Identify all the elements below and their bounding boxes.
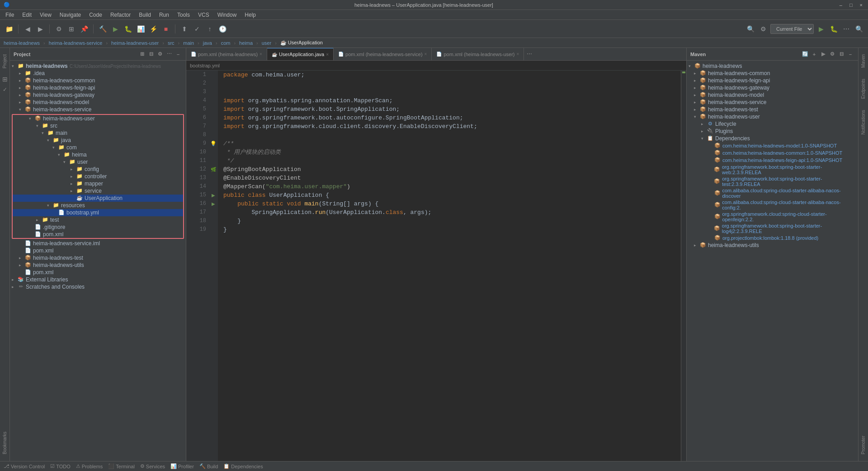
tab-pom-service[interactable]: 📄 pom.xml (heima-leadnews-service) × [334,48,432,60]
tree-test[interactable]: ▸ 📁 test [13,216,183,224]
toolbar-project-btn[interactable]: 📁 [4,24,14,34]
ind-16-run[interactable]: ▶ [212,200,215,208]
toolbar-vcs-update-btn[interactable]: ⬆ [179,24,190,34]
maven-service[interactable]: ▸ 📦 heima-leadnews-service [687,99,858,106]
bottom-tab-build[interactable]: 🔨 Build [199,463,218,469]
tree-pom-user[interactable]: 📄 pom.xml [13,231,183,238]
toolbar-stop-btn[interactable]: ■ [160,24,171,34]
tab-pom-main[interactable]: 📄 pom.xml (heima-leadnews) × [186,48,267,60]
toolbar-run-config-btn[interactable]: ▶ [816,24,826,34]
tab-pom-service-close[interactable]: × [425,52,427,57]
tree-service-pkg[interactable]: ▸ 📁 service [13,187,183,195]
sidebar-tool-settings[interactable]: ⚙ [156,50,164,58]
tree-java[interactable]: ▾ 📁 java [13,137,183,144]
menu-code[interactable]: Code [85,11,106,19]
menu-run[interactable]: Run [156,11,173,19]
tree-resources[interactable]: ▾ 📁 resources [13,202,183,209]
nav-user[interactable]: heima-leadnews-user [111,40,159,46]
maven-dep-nacos-discover[interactable]: 📦 com.alibaba.cloud:spring-cloud-starter… [687,187,858,199]
toolbar-settings-btn[interactable]: ⚙ [53,24,64,34]
maven-plugins[interactable]: ▸ 🔌 Plugins [687,128,858,135]
maximize-button[interactable]: □ [848,2,854,8]
tree-src[interactable]: ▾ 📁 src [13,122,183,129]
toolbar-coverage-btn[interactable]: 📊 [135,24,146,34]
maven-strip-btn[interactable]: Maven [860,52,867,71]
sidebar-tool-gear[interactable]: ⋯ [165,50,173,58]
menu-file[interactable]: File [2,11,18,19]
code-content[interactable]: package com.heima.user; import org.mybat… [218,71,681,461]
maven-user[interactable]: ▾ 📦 heima-leadnews-user [687,113,858,120]
tree-user-pkg[interactable]: ▾ 📁 user [13,158,183,166]
tree-model[interactable]: ▸ 📦 heima-leadnews-model [10,99,186,106]
toolbar-find-action-btn[interactable]: 🔍 [854,24,864,34]
tree-service-iml[interactable]: 📄 heima-leadnews-service.iml [10,240,186,247]
menu-tools[interactable]: Tools [174,11,193,19]
maven-hide[interactable]: – [846,50,854,58]
toolbar-more-btn[interactable]: ⋯ [841,24,852,34]
bottom-tab-problems[interactable]: ⚠ Problems [76,463,103,469]
toolbar-settings-gear-btn[interactable]: ⚙ [758,24,769,34]
nav-heima[interactable]: heima [239,40,253,46]
maven-root[interactable]: ▾ 📦 heima-leadnews [687,62,858,70]
tree-com[interactable]: ▾ 📁 com [13,144,183,151]
toolbar-debug-btn[interactable]: 🐛 [123,24,133,34]
nav-com[interactable]: com [221,40,231,46]
nav-service[interactable]: heima-leadnews-service [49,40,103,46]
maven-dep-lombok[interactable]: 📦 org.projectlombok:lombok:1.18.8 (provi… [687,234,858,242]
toolbar-profile-btn[interactable]: ⚡ [148,24,159,34]
tree-gitignore[interactable]: 📄 .gitignore [13,224,183,231]
maven-dep-feign[interactable]: 📦 com.heima:heima-leadnews-feign-api:1.0… [687,157,858,164]
maven-tool-add[interactable]: + [810,50,818,58]
run-config-dropdown[interactable]: Current File [770,24,814,34]
maven-tool-run[interactable]: ▶ [819,50,827,58]
bottom-tab-profiler[interactable]: 📊 Profiler [170,463,194,469]
sidebar-hide[interactable]: – [174,50,182,58]
menu-window[interactable]: Window [214,11,241,19]
tree-bootstrap[interactable]: 📄 bootstrap.yml [13,209,183,216]
menu-navigate[interactable]: Navigate [56,11,85,19]
toolbar-debug-config-btn[interactable]: 🐛 [828,24,839,34]
tree-config[interactable]: ▸ 📁 config [13,166,183,173]
menu-vcs[interactable]: VCS [194,11,213,19]
toolbar-vcs-commit-btn[interactable]: ✓ [192,24,203,34]
tree-heima-pkg[interactable]: ▾ 📁 heima [13,151,183,158]
maven-utils[interactable]: ▸ 📦 heima-leadnews-utils [687,242,858,249]
toolbar-pin-btn[interactable]: 📌 [79,24,90,34]
menu-view[interactable]: View [36,11,55,19]
maven-dep-nacos-config[interactable]: 📦 com.alibaba.cloud:spring-cloud-starter… [687,199,858,211]
ind-15-run[interactable]: ▶ [212,191,215,200]
tree-service[interactable]: ▾ 📦 heima-leadnews-service [10,106,186,113]
maven-dep-model[interactable]: 📦 com.heima:heima-leadnews-model:1.0-SNA… [687,142,858,149]
bottom-tab-todo[interactable]: ☑ TODO [50,463,71,469]
maven-deps[interactable]: ▾ 📋 Dependencies [687,135,858,142]
close-button[interactable]: × [858,2,864,8]
tree-userapplication[interactable]: ☕ UserApplication [13,195,183,202]
tree-root[interactable]: ▾ 📁 heima-leadnews C:\Users\Jason\IdeaPr… [10,62,186,70]
maven-tool-settings[interactable]: ⚙ [828,50,836,58]
maven-dep-spring-web[interactable]: 📦 org.springframework.boot:spring-boot-s… [687,164,858,176]
maven-dep-log4j2[interactable]: 📦 org.springframework.boot:spring-boot-s… [687,223,858,234]
menu-build[interactable]: Build [135,11,155,19]
tree-mapper[interactable]: ▸ 📁 mapper [13,180,183,187]
toolbar-run-btn[interactable]: ▶ [110,24,121,34]
tree-controller[interactable]: ▸ 📁 controller [13,173,183,180]
tree-gateway[interactable]: ▸ 📦 heima-leadnews-gateway [10,91,186,99]
tab-pom-main-close[interactable]: × [259,52,262,57]
tab-userapplication[interactable]: ☕ UserApplication.java × [267,48,334,60]
tree-feign[interactable]: ▸ 📦 heima-leadnews-feign-api [10,84,186,91]
toolbar-forward-btn[interactable]: ▶ [35,24,46,34]
toolbar-vcs-push-btn[interactable]: ↑ [204,24,215,34]
bottom-tab-vcs[interactable]: ⎇ Version Control [4,463,45,469]
notifications-strip-btn[interactable]: Notifications [860,107,867,137]
structure-icon[interactable]: ⊞ [1,75,9,84]
maven-dep-spring-test[interactable]: 📦 org.springframework.boot:spring-boot-s… [687,176,858,187]
menu-edit[interactable]: Edit [19,11,35,19]
tabs-more-btn[interactable]: ⋯ [525,48,534,60]
tree-pom-service[interactable]: 📄 pom.xml [10,247,186,254]
tree-pom-root[interactable]: 📄 pom.xml [10,269,186,276]
tree-external-libs[interactable]: ▸ 📚 External Libraries [10,276,186,283]
tree-common[interactable]: ▸ 📦 heima-leadnews-common [10,77,186,84]
maven-test-module[interactable]: ▸ 📦 heima-leadnews-test [687,106,858,113]
tree-utils[interactable]: ▸ 📦 heima-leadnews-utils [10,262,186,269]
toolbar-back-btn[interactable]: ◀ [22,24,33,34]
